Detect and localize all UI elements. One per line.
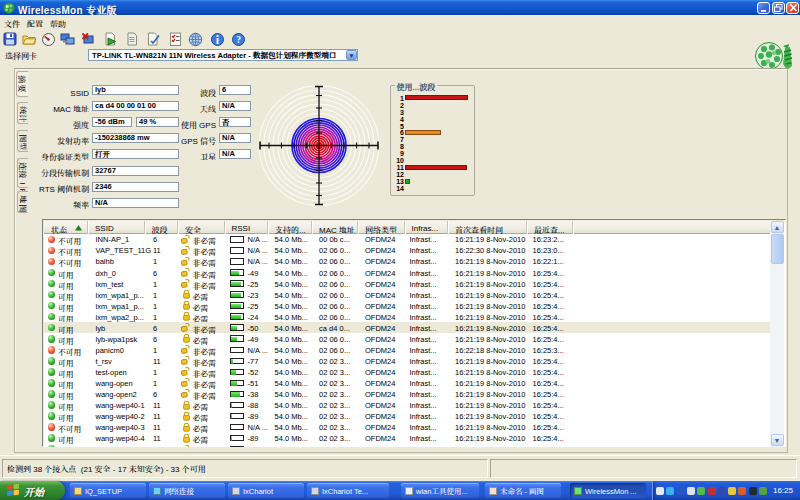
svg-text:?: ? — [236, 35, 241, 45]
